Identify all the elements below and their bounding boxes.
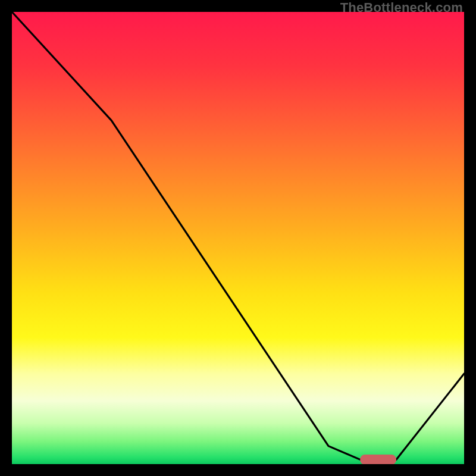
gradient-background [12, 12, 464, 464]
chart-svg [12, 12, 464, 464]
chart-frame [12, 12, 464, 464]
watermark-text: TheBottleneck.com [340, 0, 463, 15]
optimal-range-marker [360, 455, 396, 464]
